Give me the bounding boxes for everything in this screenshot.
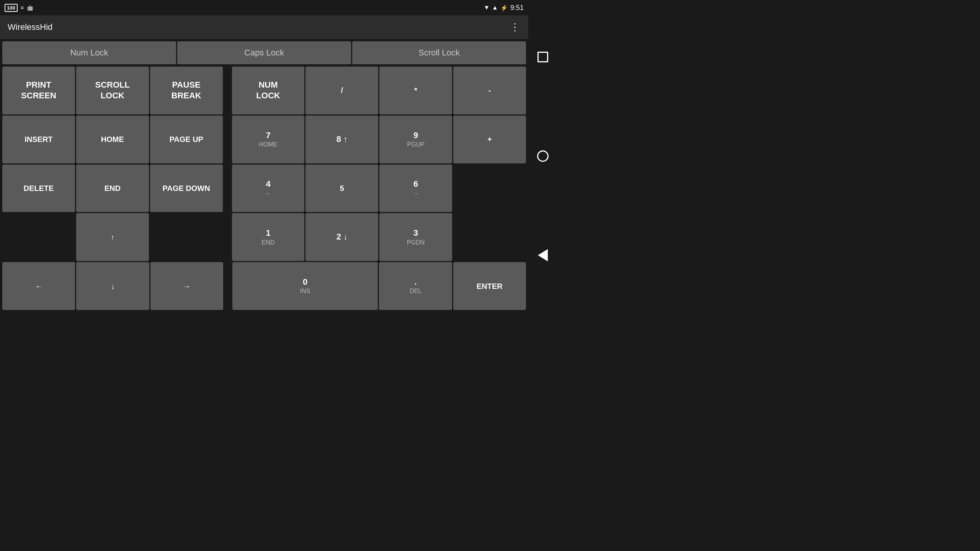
- numpad-gap-5: [224, 262, 231, 310]
- square-nav-button[interactable]: [533, 47, 552, 67]
- print-screen-button[interactable]: PRINTSCREEN: [2, 67, 75, 114]
- numpad-minus-button[interactable]: -: [453, 67, 526, 114]
- home-button[interactable]: HOME: [76, 116, 149, 163]
- battery-level-text: 100: [7, 5, 15, 11]
- side-nav: [528, 0, 557, 312]
- numpad-9-button[interactable]: 9PGUP: [379, 116, 452, 163]
- battery-level-icon: 100: [5, 4, 18, 12]
- arrow-up-button[interactable]: ↑: [76, 213, 149, 261]
- numpad-gap-3: [224, 165, 231, 212]
- numpad-7-button[interactable]: 7HOME: [232, 116, 305, 163]
- page-up-button[interactable]: PAGE UP: [150, 116, 223, 163]
- insert-button[interactable]: INSERT: [2, 116, 75, 163]
- end-button[interactable]: END: [76, 165, 149, 212]
- robot-icon: 🤖: [27, 5, 33, 11]
- wifi-icon: ▼: [483, 4, 490, 11]
- back-nav-button[interactable]: [533, 246, 552, 265]
- delete-button[interactable]: DELETE: [2, 165, 75, 212]
- numpad-dot-button[interactable]: .DEL: [379, 262, 452, 310]
- empty-key-4: [453, 213, 526, 261]
- numpad-star-button[interactable]: *: [379, 67, 452, 114]
- numpad-0-button[interactable]: 0INS: [232, 262, 378, 310]
- empty-key-1: [453, 165, 526, 212]
- page-down-button[interactable]: PAGE DOWN: [150, 165, 223, 212]
- numpad-5-button[interactable]: 5: [305, 165, 378, 212]
- status-bar: 100 ≡ 🤖 ▼ ▲ ⚡ 9:51: [0, 0, 528, 15]
- battery-icon: ⚡: [500, 4, 508, 11]
- lock-row: Num Lock Caps Lock Scroll Lock: [0, 39, 528, 65]
- app-bar: WirelessHid ⋮: [0, 15, 528, 39]
- scroll-lock-button[interactable]: Scroll Lock: [352, 41, 526, 64]
- numpad-3-button[interactable]: 3PGDN: [379, 213, 452, 261]
- triangle-icon: [538, 249, 548, 261]
- numpad-slash-button[interactable]: /: [305, 67, 378, 114]
- pause-break-button[interactable]: PAUSEBREAK: [150, 67, 223, 114]
- key-row-3: DELETE END PAGE DOWN 4← 5 6→: [2, 165, 526, 212]
- numpad-6-button[interactable]: 6→: [379, 165, 452, 212]
- empty-key-3: [150, 213, 223, 261]
- empty-key-2: [2, 213, 75, 261]
- num-lock-button[interactable]: Num Lock: [2, 41, 176, 64]
- numpad-4-button[interactable]: 4←: [232, 165, 305, 212]
- arrow-left-button[interactable]: ←: [2, 262, 75, 310]
- arrow-down-button[interactable]: ↓: [76, 262, 149, 310]
- numpad-gap-4: [224, 213, 231, 261]
- numpad-2-button[interactable]: 2 ↓: [305, 213, 378, 261]
- key-row-4: ↑ 1END 2 ↓ 3PGDN: [2, 213, 526, 261]
- numpad-1-button[interactable]: 1END: [232, 213, 305, 261]
- numlock-button[interactable]: NUMLOCK: [232, 67, 305, 114]
- status-left: 100 ≡ 🤖: [5, 4, 33, 12]
- numpad-8-button[interactable]: 8 ↑: [305, 116, 378, 163]
- status-right: ▼ ▲ ⚡ 9:51: [483, 4, 524, 12]
- circle-nav-button[interactable]: [533, 147, 552, 166]
- key-row-5: ← ↓ → 0INS .DEL ENTER: [2, 262, 526, 310]
- scroll-lock-key-button[interactable]: SCROLLLOCK: [76, 67, 149, 114]
- keyboard-area: PRINTSCREEN SCROLLLOCK PAUSEBREAK NUMLOC…: [0, 65, 528, 312]
- numpad-gap-2: [224, 116, 231, 163]
- arrow-right-button[interactable]: →: [150, 262, 223, 310]
- numpad-enter-button[interactable]: ENTER: [453, 262, 526, 310]
- caps-lock-button[interactable]: Caps Lock: [177, 41, 351, 64]
- circle-icon: [537, 150, 549, 162]
- notes-icon: ≡: [21, 5, 24, 11]
- key-row-1: PRINTSCREEN SCROLLLOCK PAUSEBREAK NUMLOC…: [2, 67, 526, 114]
- overflow-menu-button[interactable]: ⋮: [510, 21, 521, 33]
- signal-icon: ▲: [492, 4, 498, 11]
- numpad-gap-1: [224, 67, 231, 114]
- app-title: WirelessHid: [8, 22, 52, 32]
- clock: 9:51: [510, 4, 524, 12]
- numpad-plus-button[interactable]: +: [453, 116, 526, 163]
- square-icon: [537, 52, 548, 62]
- key-row-2: INSERT HOME PAGE UP 7HOME 8 ↑ 9PGUP +: [2, 116, 526, 163]
